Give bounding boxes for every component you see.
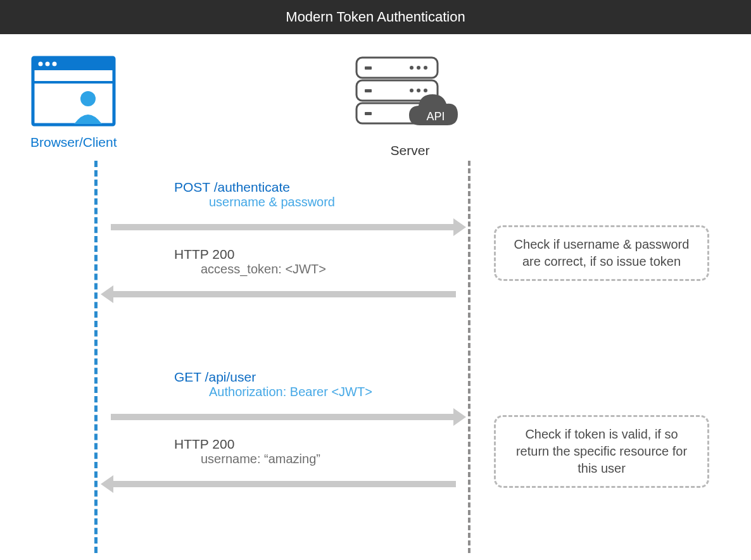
actor-client-label: Browser/Client [30, 135, 117, 150]
svg-point-3 [45, 62, 49, 66]
svg-point-6 [80, 91, 96, 106]
svg-rect-14 [365, 89, 372, 92]
message-subtitle: username: “amazing” [174, 452, 491, 466]
api-cloud-icon: API [409, 94, 458, 125]
diagram-canvas: Browser/Client API Server [0, 34, 751, 560]
browser-client-icon [31, 56, 117, 128]
svg-point-4 [52, 62, 56, 66]
message-subtitle: username & password [174, 195, 491, 209]
message-auth-request: POST /authenticate username & password [174, 180, 491, 209]
svg-point-13 [424, 66, 427, 70]
message-auth-response: HTTP 200 access_token: <JWT> [174, 247, 491, 277]
message-subtitle: Authorization: Bearer <JWT> [174, 385, 491, 399]
svg-point-17 [424, 89, 427, 92]
server-stack-icon: API [355, 56, 465, 138]
svg-rect-1 [33, 58, 114, 70]
actor-server: API Server [355, 56, 465, 158]
svg-point-2 [38, 62, 42, 66]
message-title: GET /api/user [174, 370, 491, 385]
arrow-auth-response [111, 291, 456, 297]
svg-point-11 [410, 66, 413, 70]
svg-rect-18 [365, 112, 372, 115]
svg-text:API: API [426, 110, 445, 123]
actor-browser-client: Browser/Client [30, 56, 117, 150]
server-note-issue-token: Check if username & password are correct… [494, 225, 709, 281]
svg-point-16 [417, 89, 420, 92]
actor-server-label: Server [355, 143, 465, 158]
message-api-response: HTTP 200 username: “amazing” [174, 437, 491, 466]
svg-point-15 [410, 89, 413, 92]
arrow-api-request [111, 414, 456, 420]
arrow-api-response [111, 481, 456, 487]
diagram-title: Modern Token Authentication [286, 9, 465, 25]
message-api-request: GET /api/user Authorization: Bearer <JWT… [174, 370, 491, 399]
svg-rect-10 [365, 66, 372, 70]
message-title: HTTP 200 [174, 247, 491, 262]
server-note-validate-token: Check if token is valid, if so return th… [494, 415, 709, 488]
message-subtitle: access_token: <JWT> [174, 262, 491, 277]
message-title: POST /authenticate [174, 180, 491, 195]
arrow-auth-request [111, 224, 456, 230]
diagram-title-bar: Modern Token Authentication [0, 0, 751, 34]
svg-point-12 [417, 66, 420, 70]
message-title: HTTP 200 [174, 437, 491, 452]
